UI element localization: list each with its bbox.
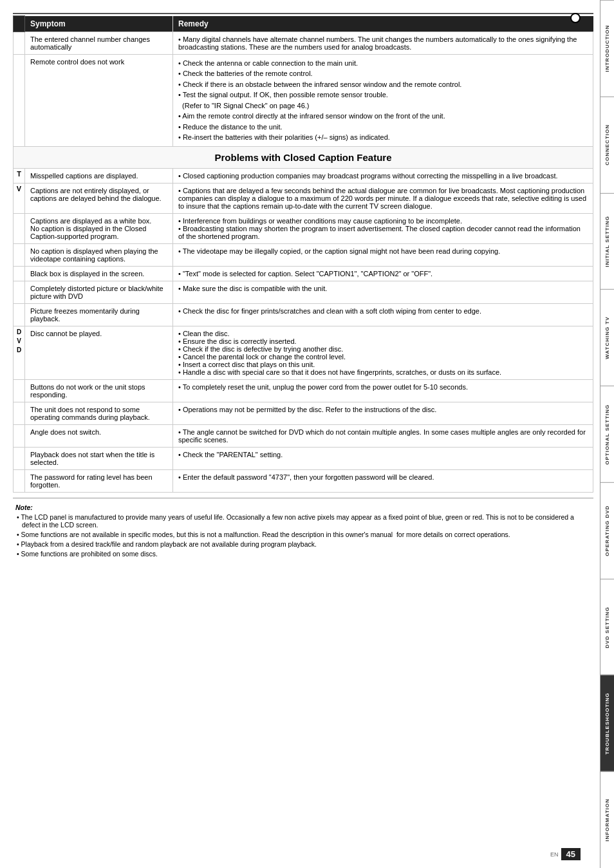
symptom-cell: Misspelled captions are displayed. [25, 168, 173, 183]
row-marker [14, 402, 25, 424]
remedy-header: Remedy [173, 16, 593, 32]
table-row: The unit does not respond to some operat… [14, 402, 593, 424]
tab-initial-setting[interactable]: INITIAL SETTING [600, 193, 614, 290]
tab-connection[interactable]: CONNECTION [600, 97, 614, 193]
table-row: T Misspelled captions are displayed. • C… [14, 168, 593, 183]
tab-watching-tv[interactable]: WATCHING TV [600, 289, 614, 386]
table-row: Picture freezes momentarily during playb… [14, 303, 593, 326]
remedy-cell: • Clean the disc. • Ensure the disc is c… [173, 326, 593, 379]
row-marker [14, 303, 25, 326]
remedy-cell: • Make sure the disc is compatible with … [173, 281, 593, 303]
table-row: V Captions are not entirely displayed, o… [14, 183, 593, 213]
note-section: Note: • The LCD panel is manufactured to… [13, 498, 593, 563]
tab-operating-dvd[interactable]: OPERATING DVD [600, 482, 614, 579]
note-line-4: • Some functions are prohibited on some … [15, 550, 591, 558]
remedy-cell: • Operations may not be permitted by the… [173, 402, 593, 424]
row-marker [14, 281, 25, 303]
symptom-header: Symptom [25, 16, 173, 32]
remedy-cell: • Captions that are delayed a few second… [173, 183, 593, 213]
remedy-cell: • Closed captioning production companies… [173, 168, 593, 183]
remedy-cell: • Interference from buildings or weather… [173, 213, 593, 243]
symptom-cell: The entered channel number changes autom… [25, 32, 173, 54]
symptom-cell: Completely distorted picture or black/wh… [25, 281, 173, 303]
symptom-cell: Disc cannot be played. [25, 326, 173, 379]
row-marker [14, 379, 25, 402]
table-row: Playback does not start when the title i… [14, 447, 593, 469]
row-marker: V [14, 183, 25, 213]
page-number: 45 [561, 848, 581, 860]
table-row: Angle does not switch. • The angle canno… [14, 424, 593, 447]
tab-information[interactable]: INFORMATION [600, 771, 614, 868]
table-row: Captions are displayed as a white box.No… [14, 213, 593, 243]
symptom-cell: Angle does not switch. [25, 424, 173, 447]
symptom-cell: The password for rating level has been f… [25, 469, 173, 492]
remedy-cell: • "Text" mode is selected for caption. S… [173, 266, 593, 281]
row-marker [14, 447, 25, 469]
tab-introduction[interactable]: INTRODUCTION [600, 0, 614, 97]
note-line-2: • Some functions are not available in sp… [15, 531, 591, 538]
tab-optional-setting[interactable]: OPTIONAL SETTING [600, 386, 614, 482]
tab-dvd-setting[interactable]: DVD SETTING [600, 579, 614, 675]
remedy-cell: • To completely reset the unit, unplug t… [173, 379, 593, 402]
remedy-cell: • The angle cannot be switched for DVD w… [173, 424, 593, 447]
note-line-1: • The LCD panel is manufactured to provi… [15, 513, 591, 529]
symptom-cell: Captions are displayed as a white box.No… [25, 213, 173, 243]
row-marker [14, 213, 25, 243]
symptom-cell: Remote control does not work [25, 54, 173, 146]
symptom-cell: The unit does not respond to some operat… [25, 402, 173, 424]
note-title: Note: [15, 504, 33, 511]
row-marker [14, 54, 25, 146]
symptom-cell: Captions are not entirely displayed, or … [25, 183, 173, 213]
symptom-cell: Black box is displayed in the screen. [25, 266, 173, 281]
table-row: DVD Disc cannot be played. • Clean the d… [14, 326, 593, 379]
row-marker [14, 32, 25, 54]
remedy-cell: • Check the disc for finger prints/scrat… [173, 303, 593, 326]
remedy-cell: • The videotape may be illegally copied,… [173, 243, 593, 266]
symptom-cell: Buttons do not work or the unit stops re… [25, 379, 173, 402]
remedy-cell: • Check the antenna or cable connection … [173, 54, 593, 146]
table-row: Completely distorted picture or black/wh… [14, 281, 593, 303]
remedy-cell: • Enter the default password "4737", the… [173, 469, 593, 492]
remedy-cell: • Many digital channels have alternate c… [173, 32, 593, 54]
row-marker [14, 243, 25, 266]
row-marker [14, 266, 25, 281]
table-row: The password for rating level has been f… [14, 469, 593, 492]
en-label: EN [550, 851, 559, 858]
symptom-cell: Picture freezes momentarily during playb… [25, 303, 173, 326]
table-row: Remote control does not work • Check the… [14, 54, 593, 146]
side-tabs: INTRODUCTION CONNECTION INITIAL SETTING … [600, 0, 614, 868]
table-row: Buttons do not work or the unit stops re… [14, 379, 593, 402]
section-header: Problems with Closed Caption Feature [14, 146, 593, 168]
row-marker: DVD [14, 326, 25, 379]
note-line-3: • Playback from a desired track/file and… [15, 540, 591, 548]
table-row: No caption is displayed when playing the… [14, 243, 593, 266]
table-row: Black box is displayed in the screen. • … [14, 266, 593, 281]
row-marker [14, 424, 25, 447]
section-header-row: Problems with Closed Caption Feature [14, 146, 593, 168]
symptom-cell: Playback does not start when the title i… [25, 447, 173, 469]
tab-troubleshooting[interactable]: TROUBLESHOOTING [600, 675, 614, 771]
remedy-cell: • Check the "PARENTAL" setting. [173, 447, 593, 469]
table-row: The entered channel number changes autom… [14, 32, 593, 54]
symptom-cell: No caption is displayed when playing the… [25, 243, 173, 266]
row-marker: T [14, 168, 25, 183]
row-marker [14, 469, 25, 492]
